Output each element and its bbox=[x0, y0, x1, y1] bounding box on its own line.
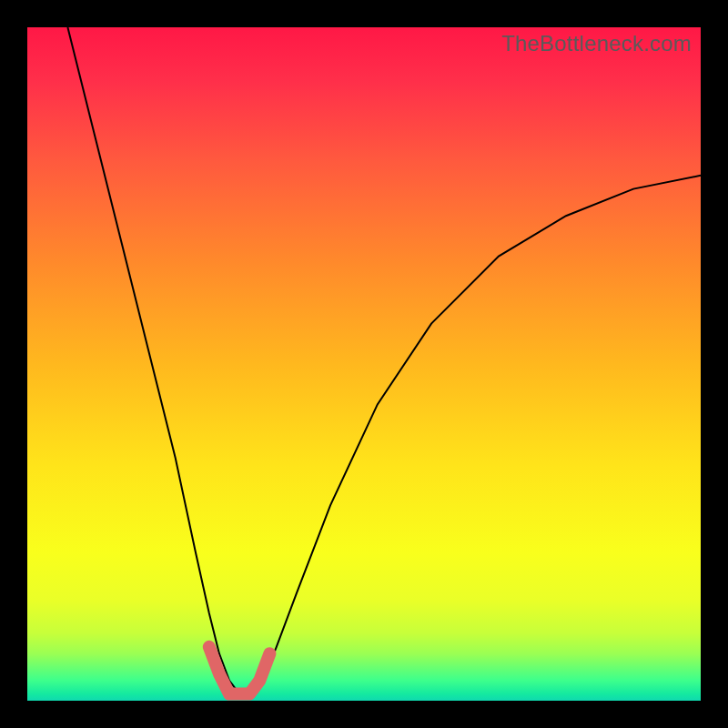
chart-frame: TheBottleneck.com bbox=[0, 0, 728, 728]
curve-layer bbox=[27, 27, 701, 701]
plot-area: TheBottleneck.com bbox=[27, 27, 701, 701]
bottleneck-curve bbox=[67, 27, 701, 694]
highlight-band bbox=[209, 647, 270, 694]
